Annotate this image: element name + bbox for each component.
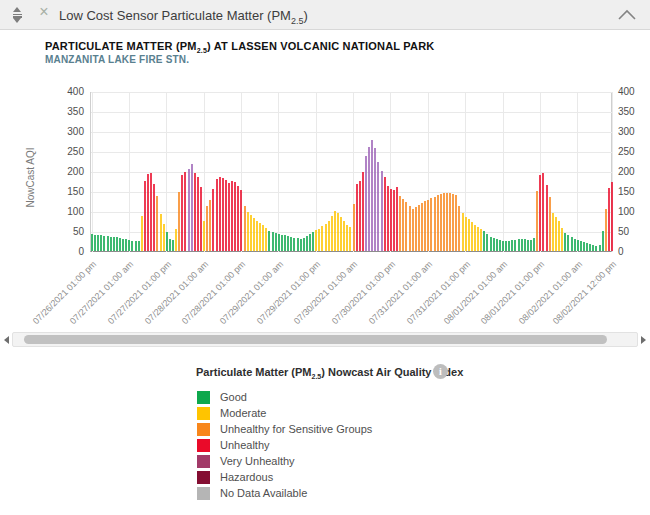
aqi-bar: [409, 206, 411, 251]
chart-scrollbar-thumb[interactable]: [24, 335, 607, 344]
x-tick-label: 08/01/2021 01:00 pm: [479, 259, 546, 326]
aqi-bar: [546, 185, 548, 251]
aqi-bar: [449, 193, 451, 251]
scroll-right-arrow[interactable]: [641, 336, 646, 344]
chart-subtitle: MANZANITA LAKE FIRE STN.: [45, 54, 189, 65]
gridline-x: [166, 92, 167, 252]
aqi-bar: [552, 213, 554, 251]
aqi-bar: [94, 235, 96, 251]
aqi-bar: [499, 240, 501, 251]
aqi-bar: [611, 182, 613, 251]
aqi-bar: [468, 219, 470, 251]
x-tick-label: 07/30/2021 01:00 am: [292, 259, 359, 326]
widget-title: Low Cost Sensor Particulate Matter (PM2.…: [59, 8, 308, 26]
aqi-bar: [321, 226, 323, 251]
aqi-bar: [371, 140, 373, 251]
aqi-bar: [390, 189, 392, 251]
aqi-bar: [281, 235, 283, 251]
aqi-bar: [542, 173, 544, 251]
aqi-bar: [256, 221, 258, 251]
legend-swatch: [197, 487, 210, 500]
aqi-bar: [353, 204, 355, 251]
aqi-bar: [194, 173, 196, 251]
aqi-bar: [521, 239, 523, 251]
aqi-bar: [377, 162, 379, 251]
chart-scrollbar-track[interactable]: [12, 332, 638, 347]
aqi-bar: [381, 171, 383, 251]
aqi-bar: [602, 231, 604, 251]
x-tick-label: 07/29/2021 01:00 am: [218, 259, 285, 326]
aqi-bar: [505, 241, 507, 251]
aqi-bar: [163, 224, 165, 251]
aqi-bar: [518, 239, 520, 251]
aqi-bar: [477, 227, 479, 251]
aqi-bar: [284, 235, 286, 251]
aqi-bar: [567, 235, 569, 251]
aqi-bar: [430, 198, 432, 251]
aqi-bar: [555, 217, 557, 251]
aqi-bar: [592, 245, 594, 251]
gridline-x: [503, 92, 504, 252]
aqi-bar: [268, 231, 270, 251]
aqi-bar: [536, 191, 538, 251]
aqi-bar: [340, 217, 342, 251]
legend-label: Hazardous: [220, 471, 273, 483]
y-tick-label: 50: [618, 226, 650, 237]
legend-label: Moderate: [220, 407, 266, 419]
y-tick-label: 0: [618, 246, 650, 257]
aqi-bar: [574, 239, 576, 251]
aqi-bar: [527, 240, 529, 251]
aqi-bar: [558, 221, 560, 251]
x-tick-label: 07/27/2021 01:00 pm: [106, 259, 173, 326]
aqi-bar: [530, 240, 532, 251]
y-tick-label: 100: [40, 206, 84, 217]
aqi-bar: [387, 186, 389, 251]
aqi-bar: [405, 202, 407, 251]
aqi-bar: [156, 196, 158, 251]
aqi-bar: [175, 229, 177, 251]
y-tick-label: 350: [40, 106, 84, 117]
aqi-bar: [303, 238, 305, 251]
scroll-left-arrow[interactable]: [4, 336, 9, 344]
aqi-bar: [415, 207, 417, 251]
aqi-bar: [583, 242, 585, 251]
aqi-bar: [539, 175, 541, 251]
aqi-bar: [368, 147, 370, 251]
collapse-chevron-icon[interactable]: [617, 8, 637, 22]
legend-items: GoodModerateUnhealthy for Sensitive Grou…: [197, 389, 372, 501]
gridline-y: [91, 112, 613, 113]
gridline-x: [577, 92, 578, 252]
aqi-bar: [412, 209, 414, 251]
aqi-bar: [287, 236, 289, 251]
aqi-bar: [278, 234, 280, 251]
aqi-bar: [197, 177, 199, 251]
y-tick-label: 350: [618, 106, 650, 117]
gridline-x: [316, 92, 317, 252]
y-tick-label: 100: [618, 206, 650, 217]
aqi-bar: [434, 197, 436, 251]
aqi-bar: [328, 221, 330, 251]
aqi-bar: [502, 241, 504, 251]
aqi-bar: [343, 221, 345, 251]
info-icon[interactable]: i: [433, 364, 448, 379]
aqi-bar: [297, 238, 299, 251]
aqi-bar: [533, 238, 535, 251]
aqi-bar: [231, 181, 233, 251]
aqi-bar: [216, 179, 218, 251]
drag-handle-icon[interactable]: [12, 7, 23, 23]
aqi-bar: [577, 240, 579, 251]
gridline-y: [91, 132, 613, 133]
aqi-bar: [259, 223, 261, 251]
aqi-bar: [599, 245, 601, 251]
aqi-bar: [135, 241, 137, 251]
aqi-bar: [455, 195, 457, 251]
aqi-bar: [580, 241, 582, 251]
x-tick-label: 07/26/2021 01:00 pm: [31, 259, 98, 326]
aqi-bar: [253, 218, 255, 251]
x-tick-label: 08/02/2021 01:00 am: [517, 259, 584, 326]
aqi-bar: [290, 237, 292, 251]
close-icon[interactable]: ×: [36, 3, 52, 21]
legend-row: Very Unhealthy: [197, 453, 372, 469]
aqi-bar: [306, 236, 308, 251]
gridline-x: [278, 92, 279, 252]
